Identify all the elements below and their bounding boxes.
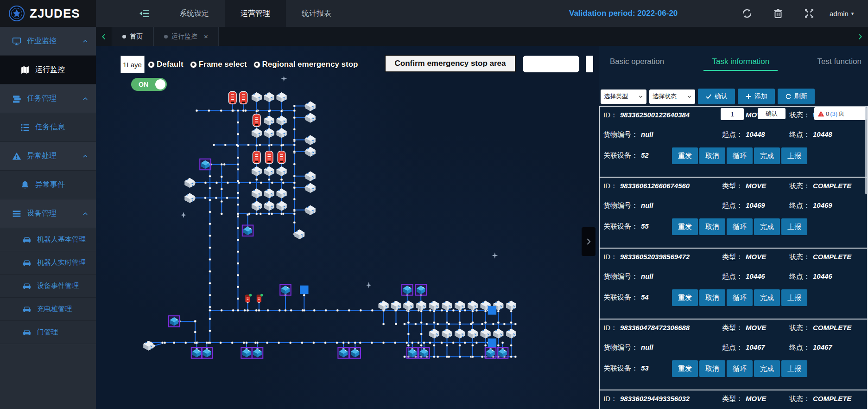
panel-tab[interactable]: Task information <box>710 54 771 71</box>
map-cube-icon[interactable] <box>455 329 465 339</box>
map-cube-icon[interactable] <box>403 300 413 310</box>
sidebar-item[interactable]: 作业监控 <box>0 27 96 56</box>
map-bsq-icon[interactable] <box>300 286 308 294</box>
card-action-重发[interactable]: 重发 <box>672 218 698 235</box>
map-cube-icon[interactable] <box>305 113 316 123</box>
top-menu-item[interactable]: 统计报表 <box>286 0 347 27</box>
panel-tab[interactable]: Basic operation <box>608 54 666 71</box>
map-pcube-icon[interactable] <box>191 347 203 358</box>
filter-select[interactable]: 选择类型 <box>601 89 646 104</box>
map-pcube-icon[interactable] <box>415 284 426 295</box>
map-pcube-icon[interactable] <box>350 347 361 358</box>
card-action-上报[interactable]: 上报 <box>781 360 807 377</box>
top-menu-item[interactable]: 系统设定 <box>164 0 225 27</box>
map-cube-icon[interactable] <box>277 189 287 198</box>
map-pile-icon[interactable] <box>245 294 252 302</box>
page-tab[interactable]: 运行监控× <box>153 27 219 46</box>
map-cube-icon[interactable] <box>277 128 287 138</box>
sidebar-item[interactable]: 任务信息 <box>0 113 96 142</box>
map-cube-icon[interactable] <box>264 189 274 198</box>
map-cube-icon[interactable] <box>379 300 389 310</box>
map-cube-icon[interactable] <box>305 101 316 111</box>
map-cube-icon[interactable] <box>264 128 274 138</box>
sidebar-item[interactable]: 门管理 <box>0 321 96 344</box>
card-action-完成[interactable]: 完成 <box>754 218 780 235</box>
emergency-area-input[interactable] <box>523 56 579 72</box>
map-cube-icon[interactable] <box>277 115 287 125</box>
card-action-取消[interactable]: 取消 <box>699 289 725 306</box>
card-action-循环[interactable]: 循环 <box>727 289 753 306</box>
card-action-取消[interactable]: 取消 <box>699 218 725 235</box>
map-cube-icon[interactable] <box>305 135 316 145</box>
map-cube-icon[interactable] <box>264 166 274 176</box>
map-cube-icon[interactable] <box>252 166 262 176</box>
confirm-emergency-stop-button[interactable]: Confirm emergency stop area <box>385 55 516 72</box>
map-cube-icon[interactable] <box>468 329 478 339</box>
map-pcube-icon[interactable] <box>407 347 418 358</box>
map-cube-icon[interactable] <box>455 300 465 310</box>
map-cube-icon[interactable] <box>184 178 195 188</box>
map-cube-icon[interactable] <box>506 300 516 310</box>
map-cube-icon[interactable] <box>442 329 452 339</box>
map-cube-icon[interactable] <box>264 201 274 211</box>
collapse-menu-icon[interactable] <box>139 8 150 19</box>
sidebar-item[interactable]: 异常处理 <box>0 142 96 171</box>
map-robot-icon[interactable] <box>265 151 273 164</box>
sidebar-item[interactable]: 异常事件 <box>0 171 96 199</box>
map-pcube-icon[interactable] <box>202 347 213 358</box>
map-cube-icon[interactable] <box>305 205 316 215</box>
sidebar-item[interactable]: 设备事件管理 <box>0 275 96 298</box>
map-pcube-icon[interactable] <box>338 347 349 358</box>
map-cube-icon[interactable] <box>264 92 274 102</box>
map-pcube-icon[interactable] <box>169 316 180 327</box>
sidebar-item[interactable]: 机器人基本管理 <box>0 228 96 251</box>
map-pcube-icon[interactable] <box>252 347 263 358</box>
panel-tab[interactable]: Test function <box>816 54 863 71</box>
map-cube-icon[interactable] <box>277 201 287 211</box>
map-pcube-icon[interactable] <box>242 225 253 236</box>
facility-map[interactable]: 1Laye DefaultFrame selectRegional emerge… <box>96 46 599 409</box>
card-action-重发[interactable]: 重发 <box>672 147 698 164</box>
refresh-button[interactable]: 刷新 <box>778 89 815 104</box>
map-bsq-icon[interactable] <box>488 306 496 314</box>
map-robot-icon[interactable] <box>253 114 260 127</box>
card-action-完成[interactable]: 完成 <box>754 289 780 306</box>
fullscreen-icon[interactable] <box>804 8 815 19</box>
map-cube-icon[interactable] <box>442 300 452 310</box>
card-action-取消[interactable]: 取消 <box>699 147 725 164</box>
card-action-循环[interactable]: 循环 <box>727 147 753 164</box>
filter-select[interactable]: 选择状态 <box>649 89 695 104</box>
sidebar-item[interactable]: 运行监控 <box>0 56 96 84</box>
card-action-取消[interactable]: 取消 <box>699 360 725 377</box>
panel-scrollbar[interactable] <box>865 106 868 194</box>
card-action-上报[interactable]: 上报 <box>781 289 807 306</box>
map-pcube-icon[interactable] <box>200 159 211 170</box>
refresh-icon[interactable] <box>741 8 753 19</box>
map-cube-icon[interactable] <box>506 329 516 339</box>
card-action-上报[interactable]: 上报 <box>781 218 807 235</box>
map-cube-icon[interactable] <box>391 300 401 310</box>
map-cube-icon[interactable] <box>294 230 304 239</box>
pager-size-select[interactable]: 0(3)页 <box>814 107 867 120</box>
card-action-上报[interactable]: 上报 <box>781 147 807 164</box>
map-cube-icon[interactable] <box>252 201 262 211</box>
card-action-重发[interactable]: 重发 <box>672 360 698 377</box>
map-cube-icon[interactable] <box>277 166 287 176</box>
sidebar-item[interactable]: 任务管理 <box>0 84 96 113</box>
tab-close-icon[interactable]: × <box>204 32 208 40</box>
map-cube-icon[interactable] <box>481 329 491 339</box>
map-cube-icon[interactable] <box>264 115 274 125</box>
pager-jump-input[interactable] <box>721 108 744 120</box>
map-pile-icon[interactable] <box>257 294 263 302</box>
map-cube-icon[interactable] <box>305 183 316 193</box>
map-cube-icon[interactable] <box>493 329 503 339</box>
map-mode-radio[interactable]: Default <box>148 60 184 69</box>
hidden-button-edge[interactable] <box>586 56 593 72</box>
confirm-button[interactable]: 确认 <box>698 89 735 104</box>
map-cube-icon[interactable] <box>252 92 262 102</box>
map-bsq-icon[interactable] <box>488 339 496 347</box>
map-pcube-icon[interactable] <box>497 347 508 358</box>
map-cube-icon[interactable] <box>468 300 478 310</box>
map-on-toggle[interactable]: ON <box>131 78 167 91</box>
radio-circle-icon[interactable] <box>253 61 260 68</box>
